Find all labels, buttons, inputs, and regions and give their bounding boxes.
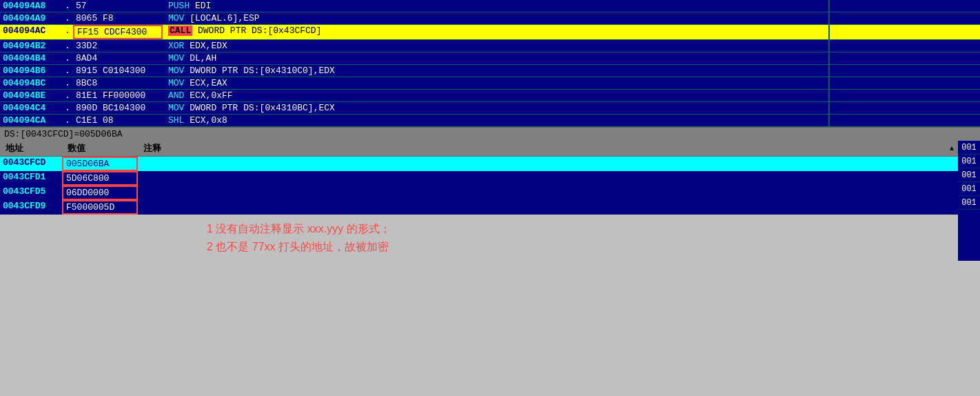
status-bar: DS:[0043CFCD]=005D06BA [0, 127, 980, 141]
disasm-row[interactable]: 004094B4.8AD4MOV DL,AH [0, 52, 980, 65]
disasm-rows: 004094A8.57PUSH EDI004094A9.8065 F8MOV [… [0, 0, 980, 127]
disasm-addr: 004094BC [0, 77, 62, 89]
memory-row[interactable]: 0043CFCD005D06BA [0, 157, 958, 171]
disasm-comment [828, 0, 980, 12]
disasm-comment [828, 52, 980, 64]
disasm-row[interactable]: 004094B2.33D2XOR EDX,EDX [0, 40, 980, 52]
disasm-bytes: 57 [73, 0, 163, 12]
disasm-dot: . [62, 0, 73, 12]
annotation-line1: 1 没有自动注释显示 xxx.yyy 的形式； [207, 223, 391, 235]
disasm-bytes: 8AD4 [73, 52, 163, 64]
memory-row[interactable]: 0043CFD9F5000005D [0, 200, 958, 215]
disasm-instr: MOV DWORD PTR DS:[0x4310C0],EDX [163, 65, 828, 77]
instr-keyword: MOV [168, 66, 184, 76]
mem-value: 06DD0000 [62, 186, 138, 200]
call-keyword: CALL [168, 26, 192, 36]
instr-keyword: MOV [168, 53, 184, 63]
disasm-instr: MOV ECX,EAX [163, 77, 828, 89]
mem-value: F5000005D [62, 200, 138, 215]
disasm-comment [828, 40, 980, 52]
right-panel: 001001001001001 [958, 141, 980, 261]
disasm-bytes: 8BC8 [73, 77, 163, 89]
right-panel-row: 001 [958, 155, 980, 168]
disasm-instr: SHL ECX,0x8 [163, 115, 828, 126]
mem-addr: 0043CFD9 [0, 200, 62, 215]
disasm-bytes: C1E1 08 [73, 115, 163, 126]
disasm-comment: vc6特征, getVersion [828, 25, 980, 39]
mem-comment [138, 171, 958, 186]
disasm-dot: . [62, 90, 73, 101]
memory-rows: 0043CFCD005D06BA0043CFD15D06C8000043CFD5… [0, 157, 958, 215]
mem-addr: 0043CFD1 [0, 171, 62, 186]
disasm-dot: . [62, 12, 73, 24]
instr-keyword: AND [168, 90, 184, 101]
scroll-up-button[interactable]: ▲ [946, 141, 958, 156]
disasm-row[interactable]: 004094BC.8BC8MOV ECX,EAX [0, 77, 980, 90]
disasm-comment [828, 65, 980, 77]
disasm-instr: AND ECX,0xFF [163, 90, 828, 101]
disasm-bytes: 8915 C0104300 [73, 65, 163, 77]
disasm-row[interactable]: 004094A9.8065 F8MOV [LOCAL.6],ESP [0, 12, 980, 25]
mem-comment [138, 186, 958, 200]
mem-value: 5D06C800 [62, 171, 138, 186]
memory-row[interactable]: 0043CFD15D06C800 [0, 171, 958, 186]
disasm-instr: MOV DWORD PTR DS:[0x4310BC],ECX [163, 102, 828, 114]
disasm-instr: MOV [LOCAL.6],ESP [163, 12, 828, 24]
disasm-instr: PUSH EDI [163, 0, 828, 12]
disasm-dot: . [62, 40, 73, 52]
disasm-bytes: 890D BC104300 [73, 102, 163, 114]
disasm-dot: . [62, 25, 73, 39]
right-panel-row: 001 [958, 141, 980, 155]
mem-comment [138, 157, 958, 171]
disasm-panel: 004094A8.57PUSH EDI004094A9.8065 F8MOV [… [0, 0, 980, 141]
disasm-row[interactable]: 004094C4.890D BC104300MOV DWORD PTR DS:[… [0, 102, 980, 115]
disasm-addr: 004094AC [0, 25, 62, 39]
mem-addr: 0043CFCD [0, 157, 62, 171]
disasm-addr: 004094B6 [0, 65, 62, 77]
disasm-dot: . [62, 52, 73, 64]
disasm-instr: MOV DL,AH [163, 52, 828, 64]
disasm-dot: . [62, 65, 73, 77]
instr-keyword: SHL [168, 115, 184, 126]
disasm-dot: . [62, 115, 73, 126]
mem-value: 005D06BA [62, 157, 138, 171]
instr-keyword: XOR [168, 41, 184, 51]
disasm-addr: 004094A8 [0, 0, 62, 12]
disasm-comment [828, 102, 980, 114]
disasm-dot: . [62, 77, 73, 89]
mem-header-addr: 地址 [0, 141, 62, 156]
disasm-dot: . [62, 102, 73, 114]
annotation-text: 1 没有自动注释显示 xxx.yyy 的形式； 2 也不是 77xx 打头的地址… [193, 215, 405, 261]
memory-header: 地址 数值 注释 ▲ [0, 141, 958, 157]
disasm-comment [828, 77, 980, 89]
memory-panel: 地址 数值 注释 ▲ 0043CFCD005D06BA0043CFD15D06C… [0, 141, 958, 261]
disasm-comment [828, 115, 980, 126]
disasm-comment [828, 90, 980, 101]
instr-keyword: PUSH [168, 1, 190, 11]
disasm-row[interactable]: 004094BE.81E1 FF000000AND ECX,0xFF [0, 90, 980, 102]
mem-comment [138, 200, 958, 215]
disasm-addr: 004094C4 [0, 102, 62, 114]
disasm-addr: 004094B2 [0, 40, 62, 52]
annotation-line2: 2 也不是 77xx 打头的地址，故被加密 [207, 241, 389, 253]
disasm-bytes: 33D2 [73, 40, 163, 52]
right-panel-row: 001 [958, 168, 980, 182]
disasm-addr: 004094CA [0, 115, 62, 126]
disasm-row[interactable]: 004094B6.8915 C0104300MOV DWORD PTR DS:[… [0, 65, 980, 77]
disasm-row[interactable]: 004094A8.57PUSH EDI [0, 0, 980, 12]
annotation-area: 1 没有自动注释显示 xxx.yyy 的形式； 2 也不是 77xx 打头的地址… [0, 215, 958, 261]
right-panel-row: 001 [958, 182, 980, 196]
disasm-bytes: FF15 CDCF4300 [73, 25, 163, 39]
mem-header-value: 数值 [62, 141, 138, 156]
disasm-row[interactable]: 004094AC.FF15 CDCF4300CALL DWORD PTR DS:… [0, 25, 980, 40]
status-text: DS:[0043CFCD]=005D06BA [4, 129, 123, 139]
annotation-spacer [0, 215, 193, 261]
disasm-addr: 004094B4 [0, 52, 62, 64]
disasm-instr: XOR EDX,EDX [163, 40, 828, 52]
disasm-addr: 004094BE [0, 90, 62, 101]
memory-row[interactable]: 0043CFD506DD0000 [0, 186, 958, 200]
mem-header-comment: 注释 [138, 141, 946, 156]
disasm-row[interactable]: 004094CA.C1E1 08SHL ECX,0x8 [0, 115, 980, 127]
right-panel-row: 001 [958, 196, 980, 210]
instr-keyword: MOV [168, 13, 184, 23]
